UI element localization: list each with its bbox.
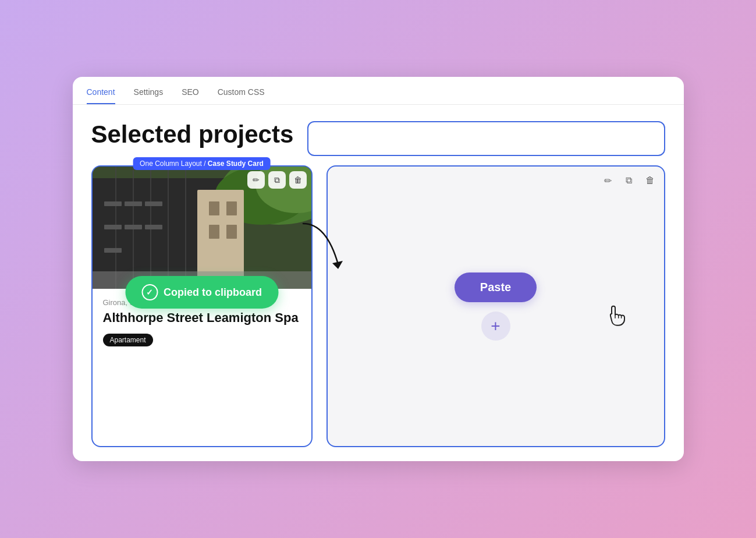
- right-edit-icon: ✏: [604, 175, 612, 186]
- right-edit-button[interactable]: ✏: [600, 172, 616, 189]
- delete-icon: 🗑: [294, 175, 302, 185]
- card-tag: Apartament: [103, 334, 153, 346]
- page-title: Selected projects: [91, 121, 294, 148]
- card-title: Althhorpe Street Leamigton Spa: [103, 310, 301, 325]
- right-delete-icon: 🗑: [645, 175, 655, 186]
- right-panel-actions: ✏ ⧉ 🗑: [600, 172, 658, 189]
- tab-seo[interactable]: SEO: [182, 88, 199, 104]
- svg-rect-21: [226, 225, 237, 239]
- top-row: Selected projects: [91, 121, 665, 156]
- card-edit-button[interactable]: ✏: [247, 171, 265, 189]
- check-circle-icon: ✓: [141, 284, 158, 300]
- tab-custom-css[interactable]: Custom CSS: [218, 88, 265, 104]
- main-window: Content Settings SEO Custom CSS Selected…: [73, 77, 684, 461]
- card-type-badge: One Column Layout / Case Study Card: [133, 157, 271, 170]
- copy-icon: ⧉: [274, 175, 280, 185]
- tab-settings[interactable]: Settings: [134, 88, 164, 104]
- svg-rect-9: [104, 248, 122, 253]
- svg-rect-12: [145, 201, 162, 206]
- right-delete-button[interactable]: 🗑: [642, 172, 658, 189]
- edit-icon: ✏: [253, 175, 260, 185]
- svg-rect-13: [145, 225, 162, 229]
- paste-button[interactable]: Paste: [455, 272, 537, 302]
- svg-rect-10: [125, 201, 142, 206]
- left-card-wrapper: One Column Layout / Case Study Card: [91, 165, 313, 447]
- card-actions: ✏ ⧉ 🗑: [247, 171, 307, 189]
- right-copy-icon: ⧉: [626, 175, 632, 186]
- tabs-bar: Content Settings SEO Custom CSS: [73, 77, 684, 105]
- svg-rect-18: [209, 201, 219, 215]
- plus-circle-button[interactable]: +: [481, 312, 510, 341]
- card-copy-button[interactable]: ⧉: [268, 171, 286, 189]
- case-study-card: ✏ ⧉ 🗑 Girona, Spain A: [91, 165, 313, 447]
- hand-svg: [604, 303, 629, 329]
- svg-rect-11: [125, 225, 142, 229]
- right-copy-button[interactable]: ⧉: [621, 172, 637, 189]
- plus-icon: +: [491, 317, 500, 335]
- checkmark-icon: ✓: [146, 288, 153, 296]
- svg-rect-7: [104, 201, 122, 206]
- cursor-hand-icon: [604, 303, 629, 334]
- card-delete-button[interactable]: 🗑: [289, 171, 307, 189]
- tab-content[interactable]: Content: [87, 88, 115, 104]
- right-panel: ✏ ⧉ 🗑 Paste: [326, 165, 665, 447]
- content-area: Selected projects One Column Layout / Ca…: [73, 105, 684, 461]
- card-image: ✏ ⧉ 🗑: [93, 167, 311, 289]
- copied-to-clipboard-badge: ✓ Copied to clipboard: [125, 276, 278, 309]
- copied-message: Copied to clipboard: [164, 286, 262, 299]
- cards-row: One Column Layout / Case Study Card: [91, 165, 665, 447]
- top-right-input-box[interactable]: [307, 121, 665, 156]
- svg-rect-8: [104, 225, 122, 229]
- svg-rect-20: [209, 225, 219, 239]
- svg-rect-19: [226, 201, 237, 215]
